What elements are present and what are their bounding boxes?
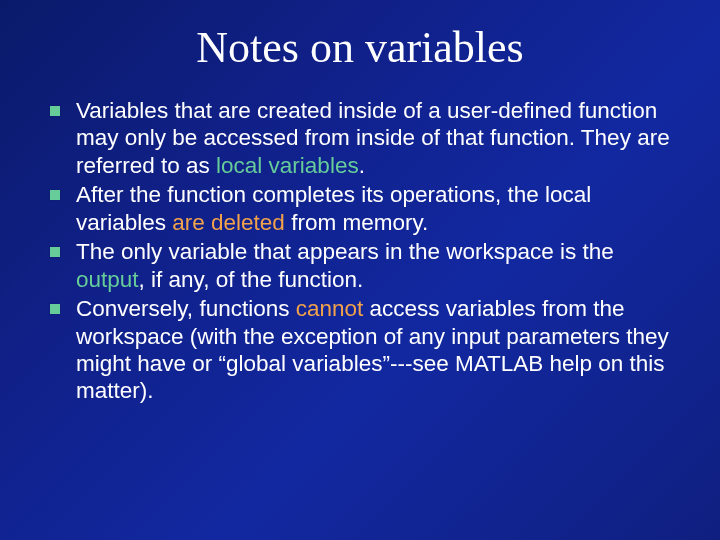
list-item: The only variable that appears in the wo… [46, 238, 674, 293]
bullet-text-post: , if any, of the function. [139, 267, 364, 292]
bullet-text-post: . [359, 153, 365, 178]
bullet-text-pre: The only variable that appears in the wo… [76, 239, 614, 264]
bullet-highlight: cannot [296, 296, 364, 321]
bullet-text-pre: Conversely, functions [76, 296, 296, 321]
list-item: Conversely, functions cannot access vari… [46, 295, 674, 405]
slide: Notes on variables Variables that are cr… [0, 0, 720, 540]
bullet-highlight: local variables [216, 153, 359, 178]
bullet-text-post: from memory. [285, 210, 428, 235]
list-item: After the function completes its operati… [46, 181, 674, 236]
slide-title: Notes on variables [40, 22, 680, 73]
list-item: Variables that are created inside of a u… [46, 97, 674, 179]
bullet-list: Variables that are created inside of a u… [40, 97, 680, 405]
bullet-text-pre: Variables that are created inside of a u… [76, 98, 670, 178]
bullet-highlight: output [76, 267, 139, 292]
bullet-highlight: are deleted [172, 210, 285, 235]
